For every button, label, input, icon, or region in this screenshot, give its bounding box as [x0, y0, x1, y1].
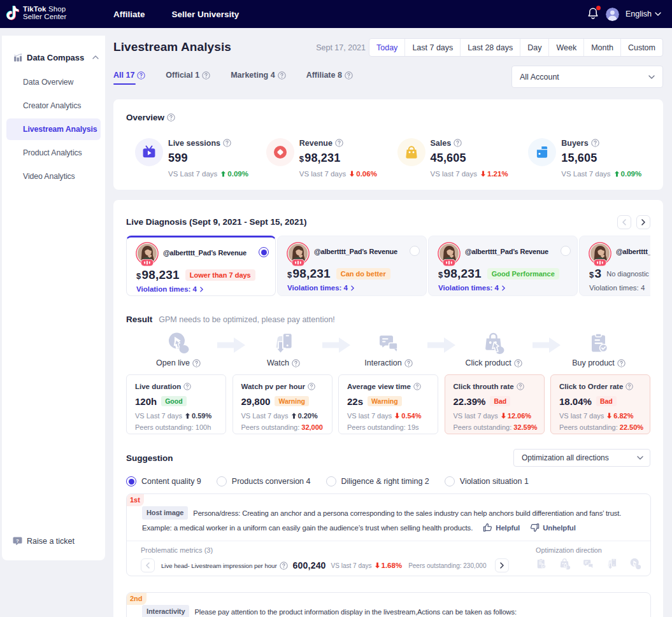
- range-today[interactable]: Today: [369, 39, 404, 56]
- unhelpful-button[interactable]: Unhelpful: [530, 523, 576, 532]
- optimization-direction-label: Optimization direction: [536, 546, 602, 554]
- problematic-metric-value: 600,240: [293, 560, 326, 571]
- carousel-prev-button[interactable]: [617, 215, 631, 229]
- question-icon[interactable]: [345, 71, 353, 80]
- question-icon[interactable]: [454, 139, 462, 147]
- funnel-step-buy-product: Buy product: [561, 330, 637, 367]
- violation-times-link[interactable]: Violation times: 4: [136, 285, 203, 293]
- diagnosis-radio-2[interactable]: [410, 246, 420, 256]
- diagnosis-revenue: $98,231: [136, 268, 180, 282]
- tabs-row: All 17 Official 1 Marketing 4 Affiliate …: [113, 66, 663, 92]
- violation-times-link[interactable]: Violation times: 4: [287, 284, 354, 292]
- filter-products-conversion[interactable]: Products conversion 4: [217, 476, 311, 486]
- rank-badge: 2nd: [127, 593, 147, 605]
- diagnosis-card-2[interactable]: @albertttt_Pad’s Revenue $98,231 Can do …: [277, 236, 427, 296]
- problematic-metric-row: Live head- Livestream impression per hou…: [141, 558, 509, 572]
- language-label: English: [626, 10, 652, 18]
- metric-next-button[interactable]: [495, 558, 509, 572]
- status-badge: Warning: [368, 396, 402, 406]
- tiktok-shop-seller-center-logo[interactable]: TikTok Shop Seller Center: [5, 4, 66, 22]
- notifications-button[interactable]: [587, 7, 599, 20]
- raise-ticket-button[interactable]: Raise a ticket: [13, 536, 75, 546]
- problematic-metric-name: Live head- Livestream impression per hou…: [161, 562, 288, 570]
- page-title: Livestream Analysis: [113, 40, 231, 54]
- suggestion-title: Suggestion: [126, 453, 173, 463]
- question-icon[interactable]: [167, 113, 175, 122]
- host-handle: @albertttt_Pad’s Revenue: [314, 248, 397, 255]
- diagnosis-radio-1[interactable]: [259, 247, 269, 257]
- carousel-next-button[interactable]: [636, 215, 650, 229]
- diagnosis-revenue: $3: [589, 267, 601, 281]
- suggestion-filters: Content quality 9 Products conversion 4 …: [126, 476, 529, 486]
- question-icon[interactable]: [280, 562, 288, 570]
- sidebar-item-livestream-analysis[interactable]: Livestream Analysis: [6, 118, 101, 140]
- diagnosis-card-3[interactable]: @albertttt_Pad’s Revenue $98,231 Good Pe…: [428, 236, 578, 296]
- sidebar-item-creator-analytics[interactable]: Creator Analytics: [6, 95, 101, 117]
- status-badge: Warning: [275, 396, 309, 406]
- language-selector[interactable]: English: [626, 10, 661, 18]
- overview-title: Overview: [126, 113, 164, 122]
- diagnosis-radio-3[interactable]: [561, 246, 571, 256]
- optimization-direction-icons: [534, 557, 642, 571]
- question-icon[interactable]: [517, 383, 524, 390]
- question-icon[interactable]: [223, 139, 231, 147]
- range-custom[interactable]: Custom: [620, 39, 662, 56]
- tab-official[interactable]: Official 1: [166, 71, 210, 85]
- question-icon[interactable]: [308, 383, 315, 390]
- question-icon[interactable]: [335, 139, 343, 147]
- filter-violation-situation[interactable]: Violation situation 1: [445, 476, 529, 486]
- main-content: Livestream Analysis Sept 17, 2021 Today …: [113, 28, 663, 617]
- sidebar-item-video-analytics[interactable]: Video Analytics: [6, 166, 101, 187]
- nav-affiliate[interactable]: Affiliate: [113, 10, 145, 19]
- overview-metrics: Live sessions 599 VS Last 7 days 0.09% R…: [126, 137, 650, 178]
- question-icon[interactable]: [292, 359, 300, 367]
- host-handle: @albertttt_Pad’s Revenue: [465, 248, 548, 255]
- problematic-metric-peers: Peers outstanding: 230,000: [408, 562, 486, 569]
- range-day[interactable]: Day: [520, 39, 548, 56]
- range-week[interactable]: Week: [548, 39, 583, 56]
- question-icon[interactable]: [202, 71, 210, 80]
- optimization-select[interactable]: Optimization all directions: [513, 449, 650, 467]
- filter-content-quality[interactable]: Content quality 9: [126, 476, 201, 486]
- brand-text: TikTok Shop Seller Center: [23, 6, 66, 20]
- metric-sales: Sales 45,605 VS last 7 days 1.21%: [389, 137, 520, 178]
- topbar-right: English: [587, 0, 661, 28]
- question-icon[interactable]: [626, 383, 633, 390]
- range-last-7-days[interactable]: Last 7 days: [404, 39, 460, 56]
- diagnosis-card-1[interactable]: @albertttt_Pad’s Revenue $98,231 Lower t…: [126, 236, 276, 296]
- question-icon[interactable]: [617, 359, 626, 367]
- question-icon[interactable]: [514, 359, 522, 367]
- nav-seller-university[interactable]: Seller University: [172, 10, 239, 19]
- question-icon[interactable]: [278, 71, 286, 80]
- chevron-down-icon: [637, 456, 643, 460]
- range-last-28-days[interactable]: Last 28 days: [460, 39, 520, 56]
- range-month[interactable]: Month: [583, 39, 620, 56]
- tab-all[interactable]: All 17: [113, 71, 145, 85]
- funnel-step-interaction: Interaction: [350, 330, 427, 367]
- sidebar-item-data-overview[interactable]: Data Overview: [6, 71, 101, 93]
- tab-marketing[interactable]: Marketing 4: [231, 71, 285, 85]
- violation-times-link[interactable]: Violation times: 4: [438, 284, 505, 292]
- question-icon[interactable]: [404, 359, 413, 367]
- buy-product-icon: [586, 330, 611, 356]
- helpful-button[interactable]: Helpful: [483, 523, 520, 532]
- brand-tiktok: TikTok: [23, 5, 46, 13]
- question-icon[interactable]: [192, 359, 201, 367]
- performance-badge: Can do better: [336, 268, 390, 280]
- sidebar-item-product-analytics[interactable]: Product Analytics: [6, 142, 101, 164]
- thumb-down-icon: [530, 523, 540, 532]
- tab-affiliate[interactable]: Affiliate 8: [306, 71, 353, 85]
- question-icon[interactable]: [413, 383, 421, 390]
- question-icon[interactable]: [591, 139, 599, 147]
- question-icon[interactable]: [183, 383, 191, 390]
- metric-prev-button[interactable]: [141, 558, 155, 572]
- sidebar-section-data-compass[interactable]: Data Compass: [13, 48, 99, 66]
- diagnosis-card-4[interactable]: @albertttt_Pad’s Revenue $3 No diagnosti…: [579, 236, 650, 296]
- click-product-icon: [558, 557, 571, 571]
- revenue-value: $98,231: [299, 152, 377, 165]
- account-select[interactable]: All Account: [511, 66, 663, 88]
- question-icon[interactable]: [137, 71, 145, 80]
- sales-vs: VS last 7 days 1.21%: [431, 170, 508, 178]
- filter-diligence-timing[interactable]: Diligence & right timing 2: [326, 476, 429, 486]
- user-avatar[interactable]: [606, 8, 619, 21]
